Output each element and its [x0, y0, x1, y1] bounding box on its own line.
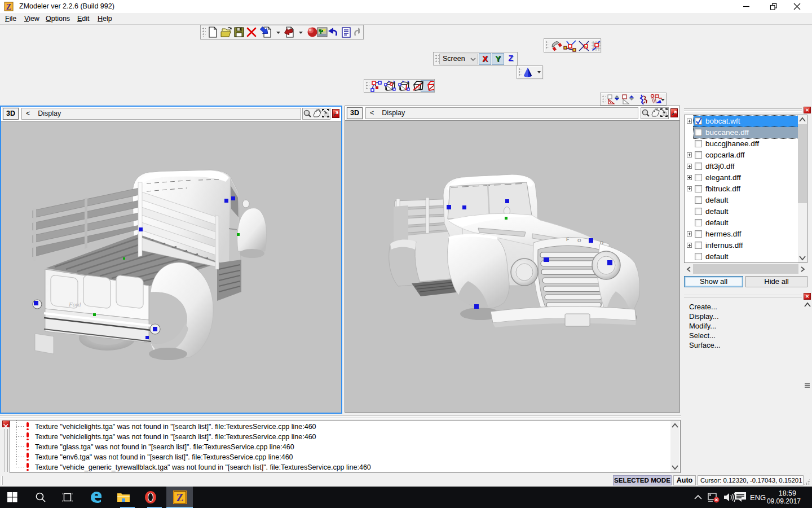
svg-text:Ford: Ford	[68, 301, 81, 308]
svg-text:Z: Z	[6, 3, 11, 11]
svg-text:O: O	[577, 238, 581, 243]
svg-text:Z: Z	[176, 492, 184, 503]
svg-text:F: F	[566, 237, 569, 242]
